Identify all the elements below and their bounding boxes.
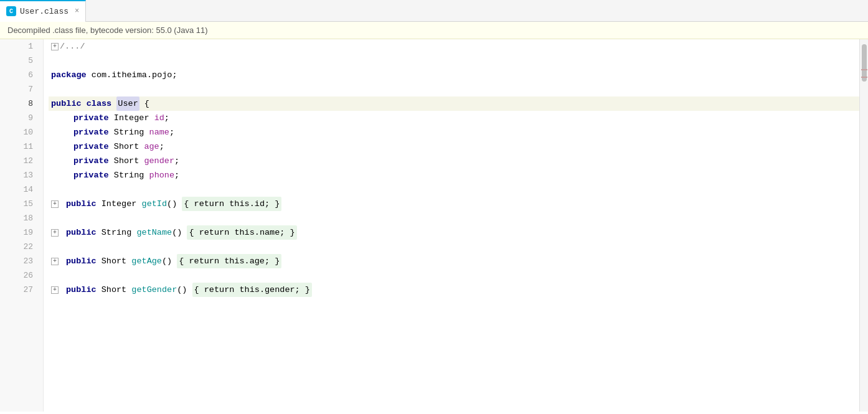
type-string-13: String <box>114 168 149 182</box>
scrollbar-mark-2 <box>861 77 867 78</box>
parens-23: () <box>162 254 177 268</box>
method-getGender: getGender <box>131 283 177 297</box>
type-short-12: Short <box>114 154 144 168</box>
code-line-6: package com.itheima.pojo; <box>49 68 859 82</box>
parens-15: () <box>167 197 182 211</box>
editor-area: 1 5 6 7 8 9 10 11 12 13 14 15 18 19 22 2… <box>0 39 868 412</box>
code-line-9: private Integer id; <box>49 111 859 125</box>
code-line-10: private String name; <box>49 125 859 139</box>
type-short-27: Short <box>101 283 132 297</box>
line-num-18: 18 <box>0 211 38 225</box>
type-string-10: String <box>114 125 149 139</box>
collapse-icon-23[interactable]: + <box>51 258 59 265</box>
method-body-getId: { return this.id; } <box>182 197 281 211</box>
code-line-1: +/.../ <box>49 39 859 54</box>
field-gender: gender <box>144 154 174 168</box>
semi-13: ; <box>174 168 179 182</box>
keyword-class: class <box>87 96 117 111</box>
type-string-19: String <box>101 225 137 240</box>
code-line-8: public class User { <box>49 96 859 111</box>
tab-icon: C <box>6 6 16 16</box>
tab-label: User.class <box>20 7 68 16</box>
code-line-13: private String phone; <box>49 168 859 182</box>
line-num-13: 13 <box>0 168 38 182</box>
line-num-10: 10 <box>0 125 38 139</box>
line-num-1: 1 <box>0 39 38 54</box>
keyword-private-12: private <box>73 154 114 168</box>
keyword-private-10: private <box>73 125 114 139</box>
type-short-23: Short <box>101 254 132 268</box>
field-name: name <box>149 125 169 139</box>
line-num-6: 6 <box>0 68 38 82</box>
keyword-private-9: private <box>73 111 114 125</box>
field-phone: phone <box>149 168 175 182</box>
line-numbers-gutter: 1 5 6 7 8 9 10 11 12 13 14 15 18 19 22 2… <box>0 39 44 412</box>
code-line-27: + public Short getGender() { return this… <box>49 283 859 297</box>
keyword-private-13: private <box>73 168 114 182</box>
code-line-12: private Short gender; <box>49 154 859 168</box>
collapse-icon-15[interactable]: + <box>51 200 59 208</box>
line-num-23: 23 <box>0 254 38 268</box>
method-getId: getId <box>142 197 167 211</box>
semi-10: ; <box>169 125 174 139</box>
scrollbar-mark-1 <box>861 69 867 70</box>
tab-bar: C User.class × <box>0 0 868 22</box>
keyword-public-8: public <box>51 96 87 111</box>
line-num-5: 5 <box>0 54 38 68</box>
line-num-27: 27 <box>0 283 38 297</box>
line-num-9: 9 <box>0 111 38 125</box>
code-line-26 <box>49 268 859 283</box>
code-line-23: + public Short getAge() { return this.ag… <box>49 254 859 268</box>
type-integer-9: Integer <box>114 111 154 125</box>
parens-19: () <box>172 225 187 240</box>
semi-12: ; <box>174 154 179 168</box>
line-num-19: 19 <box>0 225 38 240</box>
code-content: +/.../ package com.itheima.pojo; public … <box>44 39 859 412</box>
type-short-11: Short <box>114 139 144 154</box>
semi-11: ; <box>159 139 164 154</box>
semi-9: ; <box>164 111 169 125</box>
line-num-8: 8 <box>0 96 38 111</box>
code-line-14 <box>49 182 859 197</box>
parens-27: () <box>177 283 192 297</box>
type-integer-15: Integer <box>101 197 142 211</box>
method-body-getName: { return this.name; } <box>187 225 296 240</box>
code-line-22 <box>49 240 859 254</box>
keyword-public-27: public <box>66 283 101 297</box>
code-line-19: + public String getName() { return this.… <box>49 225 859 240</box>
method-getAge: getAge <box>131 254 162 268</box>
class-name-user: User <box>116 96 139 111</box>
code-line-7 <box>49 82 859 96</box>
collapse-icon-27[interactable]: + <box>51 286 59 294</box>
collapse-icon-1[interactable]: + <box>51 43 59 50</box>
tab-user-class[interactable]: C User.class × <box>0 0 86 22</box>
line-num-15: 15 <box>0 197 38 211</box>
info-banner: Decompiled .class file, bytecode version… <box>0 22 868 39</box>
code-line-5 <box>49 54 859 68</box>
keyword-public-15: public <box>66 197 101 211</box>
package-name: com.itheima.pojo; <box>92 68 177 82</box>
field-age: age <box>144 139 159 154</box>
method-getName: getName <box>136 225 172 240</box>
banner-text: Decompiled .class file, bytecode version… <box>7 26 208 35</box>
code-line-15: + public Integer getId() { return this.i… <box>49 197 859 211</box>
line-num-12: 12 <box>0 154 38 168</box>
collapse-icon-19[interactable]: + <box>51 229 59 237</box>
line-num-7: 7 <box>0 82 38 96</box>
keyword-public-19: public <box>66 225 101 240</box>
line-num-11: 11 <box>0 139 38 154</box>
comment-text: /.../ <box>60 39 90 54</box>
code-line-18 <box>49 211 859 225</box>
vertical-scrollbar[interactable] <box>859 39 868 412</box>
method-body-getAge: { return this.age; } <box>177 254 281 268</box>
code-line-11: private Short age; <box>49 139 859 154</box>
scrollbar-thumb[interactable] <box>862 44 867 82</box>
tab-close-icon[interactable]: × <box>75 7 79 16</box>
method-body-getGender: { return this.gender; } <box>192 283 312 297</box>
field-id: id <box>154 111 164 125</box>
keyword-package: package <box>51 68 92 82</box>
brace-open: { <box>139 96 149 111</box>
line-num-22: 22 <box>0 240 38 254</box>
line-num-26: 26 <box>0 268 38 283</box>
line-num-14: 14 <box>0 182 38 197</box>
